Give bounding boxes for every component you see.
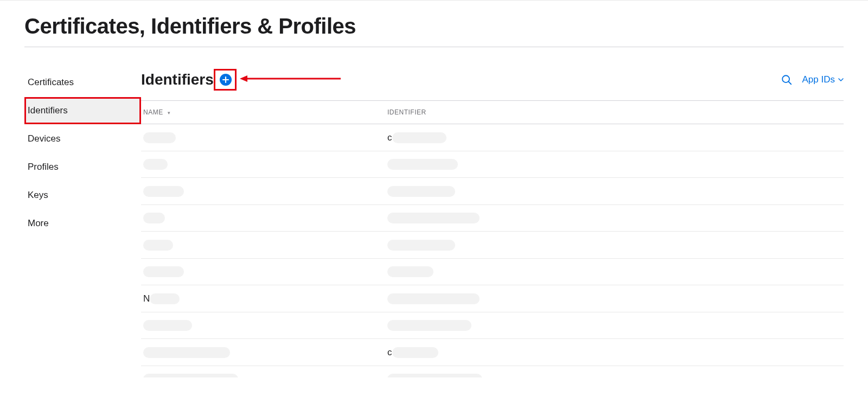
table-row[interactable]	[141, 178, 844, 205]
sidebar-item-identifiers[interactable]: Identifiers	[24, 97, 141, 124]
redacted-value	[392, 132, 446, 143]
cell-identifier	[385, 312, 844, 339]
cell-identifier	[385, 285, 844, 312]
annotation-arrow	[239, 73, 342, 84]
redacted-value	[392, 347, 438, 358]
identifiers-table-scroll[interactable]: NAME ▾ IDENTIFIER cNc	[141, 101, 844, 377]
plus-icon	[222, 76, 229, 84]
svg-line-3	[788, 82, 791, 85]
redacted-value	[387, 213, 480, 223]
column-header-name[interactable]: NAME ▾	[141, 101, 385, 124]
cell-identifier	[385, 204, 844, 232]
redacted-value	[387, 159, 458, 170]
cell-identifier	[385, 151, 844, 178]
annotation-highlight-add	[214, 69, 237, 91]
redacted-value	[143, 240, 173, 251]
identifiers-table: NAME ▾ IDENTIFIER cNc	[141, 101, 844, 377]
cell-name	[141, 258, 385, 285]
table-row[interactable]: c	[141, 339, 844, 366]
table-row[interactable]	[141, 151, 844, 178]
table-row[interactable]	[141, 312, 844, 339]
cell-identifier	[385, 232, 844, 259]
cell-name	[141, 339, 385, 366]
filter-dropdown[interactable]: App IDs	[802, 74, 844, 85]
table-row[interactable]	[141, 366, 844, 377]
table-row[interactable]	[141, 258, 844, 285]
redacted-value	[143, 132, 176, 143]
cell-identifier	[385, 366, 844, 377]
cell-name	[141, 151, 385, 178]
cell-name	[141, 312, 385, 339]
redacted-value	[387, 374, 482, 377]
sidebar: Certificates Identifiers Devices Profile…	[24, 69, 141, 377]
chevron-down-icon	[838, 77, 844, 82]
table-row[interactable]: c	[141, 124, 844, 151]
redacted-value	[150, 293, 180, 304]
cell-name	[141, 204, 385, 232]
sort-icon: ▾	[168, 110, 171, 116]
cell-name: N	[141, 285, 385, 312]
sidebar-item-devices[interactable]: Devices	[24, 125, 141, 152]
cell-name	[141, 178, 385, 205]
cell-name	[141, 124, 385, 151]
redacted-value	[387, 240, 455, 251]
column-identifier-label: IDENTIFIER	[387, 108, 426, 116]
main-content: Identifiers	[141, 69, 844, 377]
sidebar-item-certificates[interactable]: Certificates	[24, 69, 141, 96]
redacted-value	[143, 347, 230, 358]
svg-marker-1	[240, 75, 247, 82]
add-identifier-button[interactable]	[220, 74, 232, 86]
table-row[interactable]	[141, 204, 844, 232]
redacted-value	[143, 374, 238, 377]
column-header-identifier[interactable]: IDENTIFIER	[385, 101, 844, 124]
redacted-value	[387, 320, 471, 331]
redacted-value	[143, 320, 192, 331]
cell-name	[141, 366, 385, 377]
search-icon[interactable]	[781, 74, 793, 86]
redacted-value	[387, 266, 433, 277]
sidebar-item-profiles[interactable]: Profiles	[24, 153, 141, 181]
redacted-value	[143, 186, 184, 197]
cell-identifier	[385, 178, 844, 205]
cell-identifier	[385, 258, 844, 285]
redacted-value	[143, 159, 168, 170]
redacted-value	[387, 186, 455, 197]
cell-identifier: c	[385, 339, 844, 366]
cell-identifier: c	[385, 124, 844, 151]
column-name-label: NAME	[143, 108, 163, 116]
redacted-value	[387, 293, 480, 304]
section-title: Identifiers	[141, 71, 214, 88]
filter-label: App IDs	[802, 74, 835, 85]
sidebar-item-keys[interactable]: Keys	[24, 182, 141, 209]
table-row[interactable]: N	[141, 285, 844, 312]
redacted-value	[143, 266, 184, 277]
sidebar-item-more[interactable]: More	[24, 210, 141, 237]
redacted-value	[143, 213, 165, 223]
page-title: Certificates, Identifiers & Profiles	[24, 14, 844, 47]
cell-name	[141, 232, 385, 259]
table-row[interactable]	[141, 232, 844, 259]
